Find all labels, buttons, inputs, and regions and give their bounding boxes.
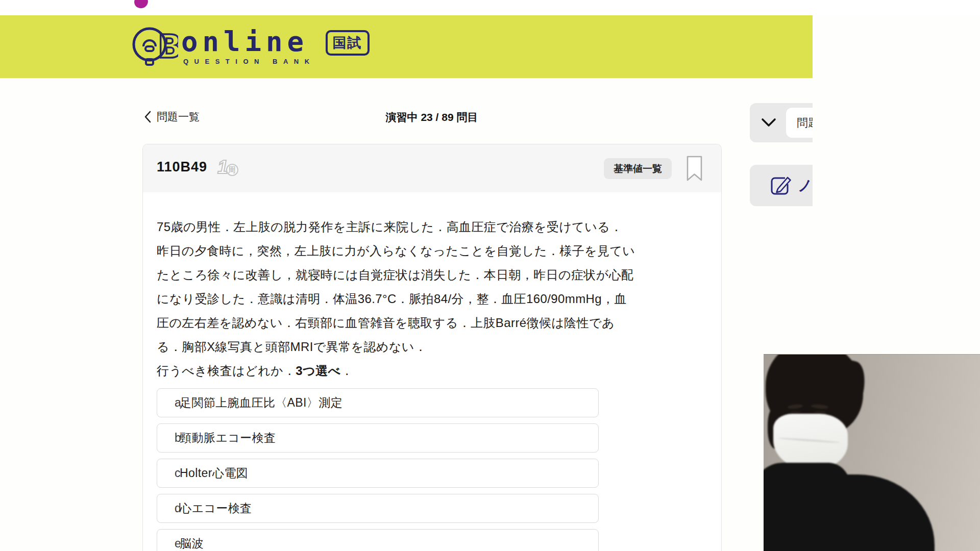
- choice-text: 足関節上腕血圧比〈ABI〉測定: [180, 395, 342, 411]
- choice-letter: a: [157, 396, 180, 410]
- choice-option-a[interactable]: a 足関節上腕血圧比〈ABI〉測定: [157, 388, 599, 417]
- logo-wordmark: online: [181, 28, 315, 56]
- kokushi-badge: 国試: [326, 30, 370, 56]
- choice-text: Holter心電図: [180, 465, 248, 481]
- question-card: 110B49 1 周 基準値一覧 75歳の男性．左上肢の脱力発作を主訴に来院した…: [142, 144, 722, 551]
- logo-subtext: QUESTION BANK: [183, 58, 315, 65]
- logo-text-block: online QUESTION BANK: [181, 28, 315, 65]
- note-button[interactable]: ノート: [750, 165, 813, 206]
- question-card-header: 110B49 1 周 基準値一覧: [143, 144, 721, 192]
- choice-text: 心エコー検査: [180, 500, 252, 516]
- magenta-dot-icon: [133, 0, 150, 10]
- webcam-video: [764, 354, 980, 551]
- brand-banner: B online QUESTION BANK 国試: [0, 15, 813, 78]
- question-body: 75歳の男性．左上肢の脱力発作を主訴に来院した．高血圧症で治療を受けている． 昨…: [157, 215, 713, 383]
- person-eye: [814, 411, 826, 413]
- webcam-person: [764, 355, 980, 551]
- choice-option-e[interactable]: e 脳波: [157, 529, 599, 551]
- choice-option-d[interactable]: d 心エコー検査: [157, 494, 599, 523]
- question-line: 圧の左右差を認めない．右頸部に血管雑音を聴取する．上肢Barré徴候は陰性であ: [157, 311, 713, 335]
- svg-text:B: B: [158, 28, 178, 65]
- person-shirt: [802, 474, 935, 551]
- edit-note-icon: [768, 173, 793, 198]
- question-line: る．胸部X線写真と頭部MRIで異常を認めない．: [157, 335, 713, 359]
- choice-option-b[interactable]: b 頸動脈エコー検査: [157, 423, 599, 453]
- qb-online-logo[interactable]: B online QUESTION BANK 国試: [129, 22, 370, 71]
- choice-letter: c: [157, 466, 180, 480]
- question-line: 75歳の男性．左上肢の脱力発作を主訴に来院した．高血圧症で治療を受けている．: [157, 215, 713, 239]
- question-prompt: 行うべき検査はどれか．3つ選べ．: [157, 359, 713, 383]
- round-count-icon: 1 周: [217, 158, 238, 177]
- select-count-emphasis: 3つ選べ: [296, 364, 340, 378]
- chevron-left-icon: [143, 110, 152, 123]
- chevron-down-icon[interactable]: [760, 117, 777, 129]
- choice-list: a 足関節上腕血圧比〈ABI〉測定 b 頸動脈エコー検査 c Holter心電図…: [157, 388, 599, 551]
- question-search-panel: 問題: [750, 103, 813, 142]
- person-eye: [790, 411, 801, 413]
- reference-values-button[interactable]: 基準値一覧: [604, 158, 672, 179]
- page: B online QUESTION BANK 国試 問題一覧 演習中 23 / …: [0, 0, 980, 551]
- choice-letter: e: [157, 537, 180, 550]
- choice-letter: d: [157, 502, 180, 515]
- question-line: になり受診した．意識は清明．体温36.7°C．脈拍84/分，整．血圧160/90…: [157, 287, 713, 311]
- back-link-label: 問題一覧: [157, 110, 200, 124]
- note-button-label: ノート: [798, 165, 813, 206]
- session-progress-title: 演習中 23 / 89 問目: [386, 110, 478, 124]
- top-strip: [0, 0, 980, 15]
- qb-logo-mark-icon: B: [129, 22, 178, 71]
- question-line: たところ徐々に改善し，就寝時には自覚症状は消失した．本日朝，昨日の症状が心配: [157, 263, 713, 287]
- question-id: 110B49: [157, 159, 207, 175]
- choice-letter: b: [157, 431, 180, 445]
- back-to-question-list-link[interactable]: 問題一覧: [143, 110, 200, 124]
- question-line: 昨日の夕食時に，突然，左上肢に力が入らなくなったことを自覚した．様子を見てい: [157, 239, 713, 263]
- choice-option-c[interactable]: c Holter心電図: [157, 459, 599, 488]
- bookmark-icon[interactable]: [685, 155, 704, 182]
- choice-text: 頸動脈エコー検査: [180, 430, 276, 446]
- choice-text: 脳波: [180, 536, 204, 551]
- question-search-input[interactable]: 問題: [786, 108, 813, 138]
